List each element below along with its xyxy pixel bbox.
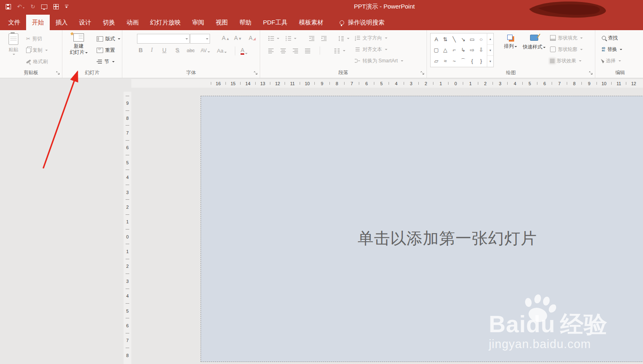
redo-icon[interactable]: ↻ [31,4,35,9]
decrease-indent-button[interactable] [309,34,315,42]
shapes-more-icon[interactable]: ▼ [487,56,493,67]
arrow-line-shape-icon[interactable]: ↘ [459,35,467,44]
layout-icon [97,36,103,42]
tab-PDF工具[interactable]: PDF工具 [257,15,293,30]
elbow-connector-shape-icon[interactable]: ⌐ [450,46,458,55]
font-name-select[interactable] [137,34,190,44]
h-ruler-mark: 4 [389,79,404,88]
clipboard-group: 粘贴 ✂ 剪切 复制 格式刷 剪贴板 [0,30,62,78]
format-painter-button[interactable]: 格式刷 [26,57,48,66]
align-right-button[interactable] [293,46,298,55]
customize-quick-access-toolbar-icon[interactable] [65,5,68,9]
oval-shape-icon[interactable]: ○ [477,35,485,44]
font-dialog-launcher-icon[interactable] [254,71,259,76]
tab-开始[interactable]: 开始 [26,15,50,30]
down-block-arrow-shape-icon[interactable]: ⇩ [477,46,485,55]
tab-动画[interactable]: 动画 [121,15,144,30]
layout-button[interactable]: 版式 [97,35,120,43]
clear-formatting-button[interactable]: A◢ [249,35,256,41]
slides-group: 新建 幻灯片 版式 重置 节 幻灯片 [62,30,122,78]
select-button[interactable]: 选择 [602,57,621,65]
italic-button[interactable]: I [151,47,153,53]
justify-icon [305,48,311,54]
shape-outline-button[interactable]: 形状轮廓 [550,45,583,53]
h-ruler-mark: 11 [612,79,626,88]
tab-切换[interactable]: 切换 [97,15,121,30]
underline-button[interactable]: U [162,47,166,53]
clipboard-dialog-launcher-icon[interactable] [56,71,61,76]
scribble-shape-icon[interactable]: ~ [450,57,458,66]
cut-button[interactable]: ✂ 剪切 [26,35,42,43]
bold-button[interactable]: B [139,47,143,53]
new-slide-button[interactable]: 新建 幻灯片 [69,33,88,55]
paragraph-dialog-launcher-icon[interactable] [420,71,425,76]
increase-font-size-button[interactable]: A▲ [222,35,230,41]
rounded-rectangle-shape-icon[interactable]: ▢ [432,46,440,55]
rectangle-shape-icon[interactable]: ▭ [468,35,476,44]
tell-me-search[interactable]: 操作说明搜索 [340,15,384,30]
tab-设计[interactable]: 设计 [73,15,97,30]
triangle-shape-icon[interactable]: △ [441,46,449,55]
start-slideshow-icon[interactable] [41,4,47,9]
decrease-font-size-button[interactable]: A▼ [234,35,242,41]
slide-canvas[interactable]: 单击以添加第一张幻灯片 Baidu经验 jingyan.baidu. [201,96,643,362]
text-direction-button[interactable]: 文字方向 [355,34,387,42]
replace-button[interactable]: abac 替换 [602,45,622,53]
save-icon[interactable] [6,4,11,9]
undo-icon[interactable]: ↶ [17,4,24,9]
tab-插入[interactable]: 插入 [50,15,73,30]
character-spacing-button[interactable]: AV [201,48,210,53]
section-button[interactable]: 节 [97,57,115,66]
tab-视图[interactable]: 视图 [210,15,234,30]
arrange-button[interactable]: 排列 [501,33,520,49]
align-text-button[interactable]: 对齐文本 [355,45,387,53]
right-block-arrow-shape-icon[interactable]: ⇨ [468,46,476,55]
strikethrough-button[interactable]: abc [187,48,194,53]
reset-button[interactable]: 重置 [97,46,115,54]
left-brace-shape-icon[interactable]: { [468,57,476,66]
shapes-scroll-up-icon[interactable]: ▲ [487,33,493,44]
paste-button[interactable]: 粘贴 [4,33,23,55]
align-left-button[interactable] [268,46,274,55]
tab-帮助[interactable]: 帮助 [234,15,257,30]
copy-button[interactable]: 复制 [26,46,48,54]
tab-模板素材[interactable]: 模板素材 [293,15,329,30]
add-first-slide-placeholder[interactable]: 单击以添加第一张幻灯片 [358,227,537,249]
elbow-arrow-connector-shape-icon[interactable]: ↳ [459,46,467,55]
text-box-shape-icon[interactable]: A [432,35,440,44]
align-center-button[interactable] [281,46,286,55]
convert-to-smartart-button[interactable]: 转换为 SmartArt [355,57,403,65]
v-ruler-mark: 7 [124,126,131,140]
shape-fill-button[interactable]: 形状填充 [550,34,583,42]
numbering-button[interactable] [285,34,296,42]
touch-mouse-mode-icon[interactable] [53,4,59,9]
v-ruler-mark: 6 [124,140,131,155]
drawing-dialog-launcher-icon[interactable] [589,71,594,76]
line-spacing-button[interactable] [338,34,349,42]
shape-effects-button[interactable]: 形状效果 [550,57,581,65]
font-color-button[interactable]: A [241,47,247,55]
tab-幻灯片放映[interactable]: 幻灯片放映 [144,15,186,30]
freeform-shape-icon[interactable]: ▱ [432,57,440,66]
shapes-scroll-down-icon[interactable]: ▼ [487,44,493,56]
h-ruler-mark: 5 [374,79,389,88]
quick-styles-button[interactable]: 快速样式 [522,33,546,50]
right-brace-shape-icon[interactable]: } [477,57,485,66]
line-shape-icon[interactable]: ╲ [450,35,458,44]
v-ruler-mark: 3 [124,274,131,289]
curve-shape-icon[interactable]: ≈ [441,57,449,66]
font-size-select[interactable] [190,34,210,44]
bullets-button[interactable] [268,34,279,42]
v-ruler-mark: 4 [124,289,131,303]
text-shadow-button[interactable]: S [175,47,179,53]
justify-button[interactable] [305,46,311,55]
find-button[interactable]: 查找 [602,34,618,42]
tab-文件[interactable]: 文件 [2,15,26,30]
columns-button[interactable] [334,46,345,55]
numbering-icon [285,35,291,42]
change-case-button[interactable]: Aa [217,48,227,53]
increase-indent-button[interactable] [321,34,327,42]
vertical-text-box-shape-icon[interactable]: ⇅ [441,35,449,44]
tab-审阅[interactable]: 审阅 [186,15,210,30]
arc-shape-icon[interactable]: ⌒ [459,57,467,66]
